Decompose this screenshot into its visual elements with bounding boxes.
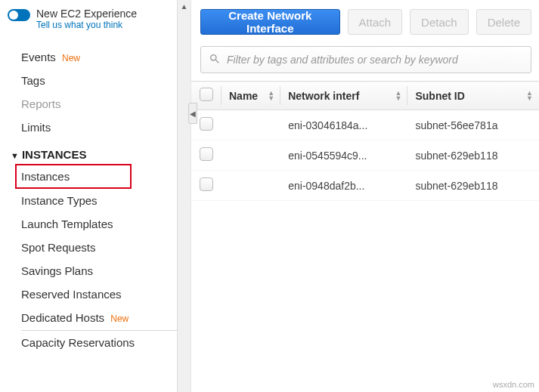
watermark: wsxdn.com [493, 380, 534, 389]
nav-spot-requests[interactable]: Spot Requests [21, 236, 177, 259]
sort-icon: ▲▼ [526, 91, 533, 101]
table-row[interactable]: eni-0948daf2b... subnet-629eb118 [191, 171, 539, 201]
sort-icon: ▲▼ [268, 91, 274, 101]
cell-eni: eni-03046184a... [280, 110, 407, 140]
new-experience-toggle[interactable] [8, 9, 30, 21]
delete-button: Delete [476, 9, 531, 35]
nav-events-label: Events [21, 51, 56, 63]
sidebar-collapse-handle[interactable]: ◀ [188, 103, 197, 124]
cell-name [221, 140, 280, 171]
main-panel: Create Network Interface Attach Detach D… [191, 0, 539, 392]
nav-savings-plans[interactable]: Savings Plans [21, 259, 177, 282]
sidebar-scrollbar[interactable]: ▲ [178, 0, 191, 392]
attach-button: Attach [348, 9, 403, 35]
nav-reserved-instances[interactable]: Reserved Instances [21, 282, 177, 306]
table-row[interactable]: eni-03046184a... subnet-56ee781a [191, 110, 539, 140]
create-network-interface-button[interactable]: Create Network Interface [200, 9, 340, 35]
row-checkbox[interactable] [200, 177, 213, 191]
nav-dedicated-hosts-label: Dedicated Hosts [21, 311, 104, 324]
scroll-up-icon[interactable]: ▲ [178, 0, 191, 12]
search-input[interactable] [227, 54, 523, 66]
search-icon [209, 53, 221, 67]
new-badge: New [62, 53, 80, 63]
detach-button: Detach [410, 9, 469, 35]
cell-subnet: subnet-56ee781a [407, 110, 539, 140]
nav-launch-templates[interactable]: Launch Templates [21, 212, 177, 236]
cell-eni: eni-0545594c9... [280, 140, 407, 171]
cell-subnet: subnet-629eb118 [407, 171, 539, 201]
nav-instance-types[interactable]: Instance Types [21, 189, 177, 212]
cell-eni: eni-0948daf2b... [280, 171, 407, 201]
new-badge: New [110, 313, 129, 324]
cell-name [221, 110, 280, 140]
search-filter[interactable] [200, 46, 531, 73]
cell-name [221, 171, 280, 201]
nav-reports[interactable]: Reports [21, 92, 177, 116]
nav-section-instances[interactable]: ▼INSTANCES [11, 139, 177, 164]
cell-subnet: subnet-629eb118 [407, 140, 539, 171]
table-row[interactable]: eni-0545594c9... subnet-629eb118 [191, 140, 539, 171]
nav-dedicated-hosts[interactable]: Dedicated Hosts New [21, 306, 177, 331]
new-experience-header: New EC2 Experience Tell us what you thin… [0, 0, 177, 35]
column-name[interactable]: Name ▲▼ [221, 82, 280, 110]
caret-down-icon: ▼ [11, 151, 19, 160]
nav-tags[interactable]: Tags [21, 69, 177, 92]
nav-events[interactable]: Events New [21, 45, 177, 69]
row-checkbox[interactable] [200, 117, 213, 131]
new-experience-title: New EC2 Experience [36, 8, 137, 20]
network-interfaces-table: Name ▲▼ Network interf ▲▼ Subnet ID ▲▼ [191, 81, 539, 201]
column-subnet-id[interactable]: Subnet ID ▲▼ [407, 82, 539, 110]
nav-instances[interactable]: Instances [15, 164, 132, 189]
sidebar: New EC2 Experience Tell us what you thin… [0, 0, 178, 392]
nav-capacity-reservations[interactable]: Capacity Reservations [21, 331, 177, 354]
row-checkbox[interactable] [200, 147, 213, 161]
toolbar: Create Network Interface Attach Detach D… [191, 0, 539, 46]
nav-limits[interactable]: Limits [21, 116, 177, 139]
select-all-checkbox[interactable] [200, 88, 213, 101]
sort-icon: ▲▼ [395, 91, 402, 101]
column-network-interface[interactable]: Network interf ▲▼ [280, 82, 407, 110]
feedback-link[interactable]: Tell us what you think [36, 20, 137, 30]
